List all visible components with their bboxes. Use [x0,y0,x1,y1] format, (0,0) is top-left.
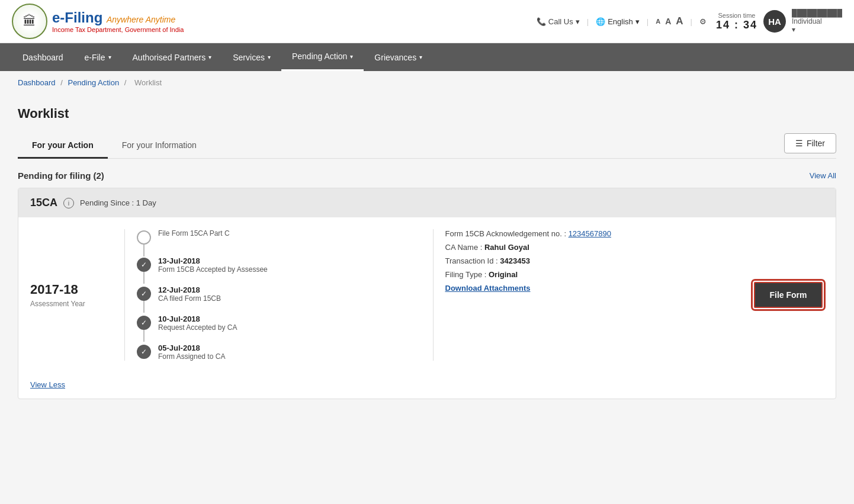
timeline-item-4: ✓ 10-Jul-2018 Request Accepted by CA [137,314,421,344]
breadcrumb-sep2: / [124,78,129,87]
breadcrumb-pending-action[interactable]: Pending Action [68,78,119,87]
timeline: File Form 15CA Part C ✓ 13-Jul-2018 Form… [137,229,421,361]
divider2: | [647,17,648,26]
details-col: Form 15CB Acknowledgement no. : 12345678… [434,229,741,361]
breadcrumb: Dashboard / Pending Action / Worklist [0,71,854,94]
font-medium-button[interactable]: A [665,17,671,26]
timeline-content-5: 05-Jul-2018 Form Assigned to CA [158,344,225,361]
efiling-title: e-Filing Anywhere Anytime [52,9,184,26]
filter-label: Filter [807,139,825,148]
ack-label: Form 15CB Acknowledgement no. : [445,229,567,238]
divider: | [587,17,589,26]
phone-icon: 📞 [537,17,546,26]
transaction-row: Transaction Id : 3423453 [445,256,730,265]
timeline-item-5: ✓ 05-Jul-2018 Form Assigned to CA [137,344,421,361]
download-attachments-link[interactable]: Download Attachments [445,284,531,293]
file-form-button[interactable]: File Form [754,282,822,308]
timeline-desc-4: Request Accepted by CA [158,323,237,332]
timeline-content-4: 10-Jul-2018 Request Accepted by CA [158,314,237,332]
timeline-content-2: 13-Jul-2018 Form 15CB Accepted by Assess… [158,256,268,274]
tab-for-your-action[interactable]: For your Action [18,133,108,159]
assessment-year-col: 2017-18 Assessment Year [30,229,125,361]
session-area: Session time 14 : 34 HA ██████████ Indiv… [716,9,842,34]
logo-area: 🏛 e-Filing Anywhere Anytime Income Tax D… [12,4,184,39]
ack-value-link[interactable]: 1234567890 [569,229,611,238]
nav-label-dashboard: Dashboard [23,53,63,62]
pending-section-header: Pending for filing (2) View All [18,171,836,181]
card-header: 15CA i Pending Since : 1 Day [18,188,836,217]
session-time-box: Session time 14 : 34 [716,12,757,31]
nav-arrow-grievances: ▾ [419,54,422,60]
user-dropdown-arrow: ▾ [792,25,842,34]
transaction-value: 3423453 [500,256,530,265]
ca-name-value: Rahul Goyal [484,243,529,252]
top-right-controls: 📞 Call Us ▾ | 🌐 English ▾ | A A A | ⚙ [537,15,707,27]
nav-item-efile[interactable]: e-File ▾ [74,43,122,71]
font-small-button[interactable]: A [656,18,660,25]
user-type-label: Individual [792,17,842,25]
session-label: Session time [716,12,757,19]
nav-item-services[interactable]: Services ▾ [222,43,281,71]
top-bar: 🏛 e-Filing Anywhere Anytime Income Tax D… [0,0,854,43]
divider3: | [691,17,692,26]
nav-label-services: Services [233,53,265,62]
download-row: Download Attachments [445,284,730,293]
language-label: English [608,17,633,26]
form-name-badge: 15CA [30,197,57,209]
nav-item-dashboard[interactable]: Dashboard [12,43,74,71]
globe-icon: 🌐 [596,17,605,26]
nav-item-authorised-partners[interactable]: Authorised Partners ▾ [122,43,223,71]
filter-button[interactable]: ☰ Filter [784,133,836,153]
user-name: ██████████ [792,9,842,17]
breadcrumb-dashboard[interactable]: Dashboard [18,78,56,87]
timeline-dot-3: ✓ [137,287,151,301]
nav-item-grievances[interactable]: Grievances ▾ [364,43,433,71]
view-all-link[interactable]: View All [810,171,836,180]
ack-row: Form 15CB Acknowledgement no. : 12345678… [445,229,730,238]
assessment-year-value: 2017-18 [30,282,113,297]
timeline-dot-4: ✓ [137,316,151,330]
nav-arrow-efile: ▾ [108,54,111,60]
breadcrumb-sep1: / [60,78,65,87]
font-large-button[interactable]: A [676,15,683,27]
nav-bar: Dashboard e-File ▾ Authorised Partners ▾… [0,43,854,71]
call-us-button[interactable]: 📞 Call Us ▾ [537,17,580,26]
timeline-desc-5: Form Assigned to CA [158,352,225,361]
timeline-dot-5: ✓ [137,345,151,359]
page-title: Worklist [18,106,836,121]
view-less-section: View Less [18,373,836,399]
timeline-item-3: ✓ 12-Jul-2018 CA filed Form 15CB [137,285,421,314]
action-col: File Form [741,229,824,361]
timeline-col: File Form 15CA Part C ✓ 13-Jul-2018 Form… [125,229,434,361]
nav-arrow-authorised-partners: ▾ [208,54,211,60]
session-time: 14 : 34 [716,19,757,31]
nav-label-pending-action: Pending Action [292,52,347,61]
timeline-date-2: 13-Jul-2018 [158,256,268,265]
settings-icon[interactable]: ⚙ [699,17,707,26]
nav-label-grievances: Grievances [374,53,416,62]
timeline-date-5: 05-Jul-2018 [158,344,225,352]
ca-name-row: CA Name : Rahul Goyal [445,243,730,252]
language-selector[interactable]: 🌐 English ▾ [596,17,640,26]
font-controls: A A A [656,15,683,27]
tab-for-your-information[interactable]: For your Information [108,133,211,159]
timeline-content-1: File Form 15CA Part C [158,229,230,237]
top-bar-right: 📞 Call Us ▾ | 🌐 English ▾ | A A A | ⚙ Se… [537,9,842,34]
view-less-link[interactable]: View Less [30,380,65,389]
avatar[interactable]: HA [763,10,786,33]
logo-emblem-icon: 🏛 [12,4,47,39]
form-info-icon[interactable]: i [63,198,74,208]
timeline-dot-1 [137,230,151,245]
filing-type-label: Filing Type : [445,270,487,279]
nav-item-pending-action[interactable]: Pending Action ▾ [281,43,364,71]
user-type-dropdown[interactable]: ██████████ Individual ▾ [792,9,842,34]
nav-label-authorised-partners: Authorised Partners [133,53,206,62]
timeline-desc-2: Form 15CB Accepted by Assessee [158,265,268,274]
pending-section-title: Pending for filing (2) [18,171,104,181]
timeline-desc-1: File Form 15CA Part C [158,229,230,237]
timeline-date-3: 12-Jul-2018 [158,285,221,294]
nav-label-efile: e-File [85,53,105,62]
pending-since-label: Pending Since : 1 Day [80,198,156,207]
main-content: Worklist For your Action For your Inform… [0,94,854,450]
filter-icon: ☰ [795,139,803,148]
